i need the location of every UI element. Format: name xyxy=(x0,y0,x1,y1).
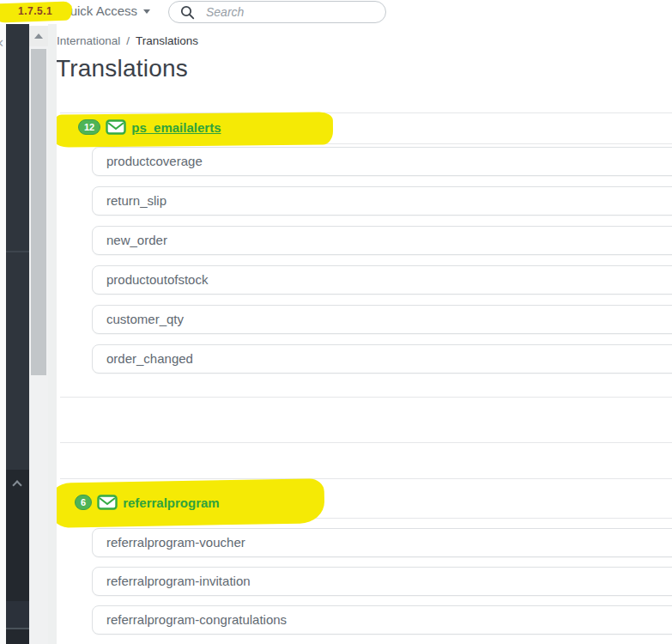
panel-divider xyxy=(60,397,672,398)
sidebar-divider xyxy=(6,251,29,252)
translation-field-row[interactable]: referralprogram-voucher xyxy=(92,528,672,557)
translation-field-row[interactable]: new_order xyxy=(92,226,672,255)
prestashop-admin-screen: 1.7.5.1 Quick Access ✕ xyxy=(0,0,672,644)
triangle-up-icon xyxy=(34,33,43,39)
close-icon[interactable]: ✕ xyxy=(0,37,4,50)
module-link-ps-emailalerts[interactable]: ps_emailalerts xyxy=(131,120,221,135)
translation-field-row[interactable]: productcoverage xyxy=(92,147,672,176)
top-bar: 1.7.5.1 Quick Access xyxy=(0,0,672,24)
count-badge: 12 xyxy=(78,119,100,135)
search-bar xyxy=(168,1,386,23)
scrollbar-thumb[interactable] xyxy=(31,49,46,375)
translation-field-row[interactable]: customer_qty xyxy=(92,305,672,334)
panel-divider xyxy=(60,442,672,443)
vertical-scrollbar[interactable] xyxy=(29,26,48,644)
module-header-referralprogram: 6 referralprogram xyxy=(75,495,220,510)
content-gap-strip xyxy=(48,23,57,644)
sidebar-section xyxy=(6,629,29,644)
translation-field-row[interactable]: referralprogram-congratulations xyxy=(92,605,672,635)
chevron-down-icon xyxy=(143,9,150,14)
translation-field-row[interactable]: order_changed xyxy=(92,344,672,374)
envelope-icon xyxy=(106,119,126,135)
translation-field-list: referralprogram-voucher referralprogram-… xyxy=(92,528,672,644)
quick-access-dropdown[interactable]: Quick Access xyxy=(60,3,150,18)
module-link-referralprogram[interactable]: referralprogram xyxy=(123,495,220,510)
page-title: Translations xyxy=(56,55,188,82)
breadcrumb-separator: / xyxy=(126,34,130,47)
left-edge-strip: ✕ xyxy=(0,23,6,644)
translation-field-row[interactable]: return_slip xyxy=(92,186,672,216)
translation-field-row[interactable]: productoutofstock xyxy=(92,265,672,295)
module-header-ps-emailalerts: 12 ps_emailalerts xyxy=(78,119,221,135)
panel-divider xyxy=(60,478,672,479)
sidebar-section xyxy=(6,601,29,628)
scrollbar-up-button[interactable] xyxy=(29,26,48,46)
translation-field-list: productcoverage return_slip new_order pr… xyxy=(92,147,672,384)
envelope-icon xyxy=(97,495,118,510)
search-input[interactable] xyxy=(206,5,385,19)
translation-field-row[interactable]: referralprogram-invitation xyxy=(92,567,672,596)
chevron-up-icon[interactable] xyxy=(12,480,21,489)
breadcrumb-international[interactable]: International xyxy=(57,34,120,47)
version-label: 1.7.5.1 xyxy=(18,5,52,17)
count-badge: 6 xyxy=(75,495,92,510)
nav-sidebar[interactable] xyxy=(6,23,29,644)
search-icon xyxy=(180,5,195,20)
breadcrumb-translations: Translations xyxy=(136,34,198,47)
sidebar-section xyxy=(6,470,29,601)
breadcrumb: International / Translations xyxy=(57,34,198,47)
